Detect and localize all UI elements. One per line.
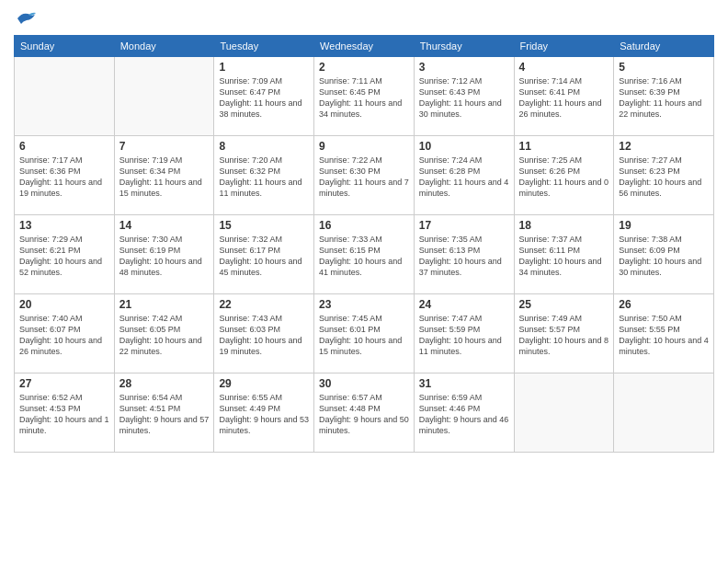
day-number: 31 — [419, 377, 509, 390]
day-info: Sunrise: 7:38 AMSunset: 6:09 PMDaylight:… — [619, 234, 709, 279]
day-number: 2 — [319, 61, 409, 74]
calendar-cell: 12Sunrise: 7:27 AMSunset: 6:23 PMDayligh… — [614, 136, 714, 215]
weekday-header-wednesday: Wednesday — [314, 36, 415, 57]
calendar-week-row: 20Sunrise: 7:40 AMSunset: 6:07 PMDayligh… — [15, 294, 714, 373]
calendar-table: SundayMondayTuesdayWednesdayThursdayFrid… — [14, 35, 714, 453]
calendar-cell: 13Sunrise: 7:29 AMSunset: 6:21 PMDayligh… — [15, 215, 115, 294]
calendar-cell: 18Sunrise: 7:37 AMSunset: 6:11 PMDayligh… — [514, 215, 614, 294]
day-info: Sunrise: 7:29 AMSunset: 6:21 PMDaylight:… — [19, 234, 109, 279]
calendar-cell — [114, 57, 214, 136]
calendar-cell: 19Sunrise: 7:38 AMSunset: 6:09 PMDayligh… — [614, 215, 714, 294]
day-number: 29 — [219, 377, 309, 390]
calendar-cell: 26Sunrise: 7:50 AMSunset: 5:55 PMDayligh… — [614, 294, 714, 373]
day-info: Sunrise: 7:35 AMSunset: 6:13 PMDaylight:… — [419, 234, 509, 279]
calendar-cell: 15Sunrise: 7:32 AMSunset: 6:17 PMDayligh… — [214, 215, 314, 294]
calendar-cell: 11Sunrise: 7:25 AMSunset: 6:26 PMDayligh… — [514, 136, 614, 215]
day-number: 16 — [319, 219, 409, 232]
day-number: 19 — [619, 219, 709, 232]
day-info: Sunrise: 7:42 AMSunset: 6:05 PMDaylight:… — [119, 313, 210, 358]
day-info: Sunrise: 7:17 AMSunset: 6:36 PMDaylight:… — [19, 155, 109, 200]
calendar-cell: 2Sunrise: 7:11 AMSunset: 6:45 PMDaylight… — [314, 57, 415, 136]
day-number: 18 — [519, 219, 609, 232]
day-info: Sunrise: 6:54 AMSunset: 4:51 PMDaylight:… — [119, 392, 210, 437]
day-info: Sunrise: 6:59 AMSunset: 4:46 PMDaylight:… — [419, 392, 509, 437]
day-info: Sunrise: 7:11 AMSunset: 6:45 PMDaylight:… — [319, 75, 409, 121]
day-number: 21 — [119, 298, 210, 311]
day-info: Sunrise: 7:47 AMSunset: 5:59 PMDaylight:… — [419, 313, 509, 358]
logo-bird-icon — [16, 9, 38, 28]
logo — [14, 9, 38, 28]
day-info: Sunrise: 7:24 AMSunset: 6:28 PMDaylight:… — [419, 155, 509, 200]
day-number: 25 — [519, 298, 609, 311]
calendar-cell: 29Sunrise: 6:55 AMSunset: 4:49 PMDayligh… — [214, 373, 314, 453]
day-info: Sunrise: 7:22 AMSunset: 6:30 PMDaylight:… — [319, 155, 409, 200]
calendar-cell: 16Sunrise: 7:33 AMSunset: 6:15 PMDayligh… — [314, 215, 415, 294]
day-info: Sunrise: 6:55 AMSunset: 4:49 PMDaylight:… — [219, 392, 309, 437]
weekday-header-thursday: Thursday — [414, 36, 514, 57]
day-number: 15 — [219, 219, 309, 232]
calendar-cell: 28Sunrise: 6:54 AMSunset: 4:51 PMDayligh… — [114, 373, 214, 453]
calendar-cell: 10Sunrise: 7:24 AMSunset: 6:28 PMDayligh… — [414, 136, 514, 215]
calendar-cell: 27Sunrise: 6:52 AMSunset: 4:53 PMDayligh… — [15, 373, 115, 453]
day-info: Sunrise: 7:09 AMSunset: 6:47 PMDaylight:… — [219, 75, 309, 121]
day-number: 23 — [319, 298, 409, 311]
calendar-cell: 7Sunrise: 7:19 AMSunset: 6:34 PMDaylight… — [114, 136, 214, 215]
calendar-cell: 22Sunrise: 7:43 AMSunset: 6:03 PMDayligh… — [214, 294, 314, 373]
day-info: Sunrise: 7:37 AMSunset: 6:11 PMDaylight:… — [519, 234, 609, 279]
day-info: Sunrise: 7:49 AMSunset: 5:57 PMDaylight:… — [519, 313, 609, 358]
day-info: Sunrise: 7:45 AMSunset: 6:01 PMDaylight:… — [319, 313, 409, 358]
calendar-cell: 6Sunrise: 7:17 AMSunset: 6:36 PMDaylight… — [15, 136, 115, 215]
day-number: 17 — [419, 219, 509, 232]
day-number: 24 — [419, 298, 509, 311]
day-number: 22 — [219, 298, 309, 311]
calendar-cell: 24Sunrise: 7:47 AMSunset: 5:59 PMDayligh… — [414, 294, 514, 373]
day-info: Sunrise: 7:32 AMSunset: 6:17 PMDaylight:… — [219, 234, 309, 279]
calendar-cell — [614, 373, 714, 453]
calendar-cell: 20Sunrise: 7:40 AMSunset: 6:07 PMDayligh… — [15, 294, 115, 373]
day-number: 13 — [19, 219, 109, 232]
calendar-header-row: SundayMondayTuesdayWednesdayThursdayFrid… — [15, 36, 714, 57]
day-info: Sunrise: 7:43 AMSunset: 6:03 PMDaylight:… — [219, 313, 309, 358]
day-number: 5 — [619, 61, 709, 74]
calendar-cell: 8Sunrise: 7:20 AMSunset: 6:32 PMDaylight… — [214, 136, 314, 215]
day-info: Sunrise: 7:33 AMSunset: 6:15 PMDaylight:… — [319, 234, 409, 279]
calendar-week-row: 1Sunrise: 7:09 AMSunset: 6:47 PMDaylight… — [15, 57, 714, 136]
weekday-header-saturday: Saturday — [614, 36, 714, 57]
day-number: 14 — [119, 219, 210, 232]
day-info: Sunrise: 7:12 AMSunset: 6:43 PMDaylight:… — [419, 75, 509, 121]
page: SundayMondayTuesdayWednesdayThursdayFrid… — [0, 0, 728, 563]
calendar-cell: 25Sunrise: 7:49 AMSunset: 5:57 PMDayligh… — [514, 294, 614, 373]
day-number: 12 — [619, 140, 709, 153]
calendar-cell — [514, 373, 614, 453]
day-info: Sunrise: 7:30 AMSunset: 6:19 PMDaylight:… — [119, 234, 210, 279]
calendar-cell: 23Sunrise: 7:45 AMSunset: 6:01 PMDayligh… — [314, 294, 415, 373]
day-info: Sunrise: 7:19 AMSunset: 6:34 PMDaylight:… — [119, 155, 210, 200]
day-number: 1 — [219, 61, 309, 74]
calendar-week-row: 13Sunrise: 7:29 AMSunset: 6:21 PMDayligh… — [15, 215, 714, 294]
header — [14, 9, 714, 28]
day-info: Sunrise: 7:40 AMSunset: 6:07 PMDaylight:… — [19, 313, 109, 358]
day-info: Sunrise: 7:14 AMSunset: 6:41 PMDaylight:… — [519, 75, 609, 121]
day-number: 30 — [319, 377, 409, 390]
day-info: Sunrise: 6:52 AMSunset: 4:53 PMDaylight:… — [19, 392, 109, 437]
calendar-cell: 30Sunrise: 6:57 AMSunset: 4:48 PMDayligh… — [314, 373, 415, 453]
weekday-header-sunday: Sunday — [15, 36, 115, 57]
calendar-cell: 21Sunrise: 7:42 AMSunset: 6:05 PMDayligh… — [114, 294, 214, 373]
day-info: Sunrise: 7:16 AMSunset: 6:39 PMDaylight:… — [619, 75, 709, 121]
day-number: 4 — [519, 61, 609, 74]
day-info: Sunrise: 7:25 AMSunset: 6:26 PMDaylight:… — [519, 155, 609, 200]
calendar-cell: 14Sunrise: 7:30 AMSunset: 6:19 PMDayligh… — [114, 215, 214, 294]
day-number: 6 — [19, 140, 109, 153]
day-number: 26 — [619, 298, 709, 311]
weekday-header-monday: Monday — [114, 36, 214, 57]
day-number: 28 — [119, 377, 210, 390]
day-number: 27 — [19, 377, 109, 390]
calendar-cell: 4Sunrise: 7:14 AMSunset: 6:41 PMDaylight… — [514, 57, 614, 136]
calendar-cell: 31Sunrise: 6:59 AMSunset: 4:46 PMDayligh… — [414, 373, 514, 453]
weekday-header-tuesday: Tuesday — [214, 36, 314, 57]
day-number: 8 — [219, 140, 309, 153]
calendar-week-row: 27Sunrise: 6:52 AMSunset: 4:53 PMDayligh… — [15, 373, 714, 453]
calendar-cell: 9Sunrise: 7:22 AMSunset: 6:30 PMDaylight… — [314, 136, 415, 215]
day-number: 7 — [119, 140, 210, 153]
day-number: 10 — [419, 140, 509, 153]
